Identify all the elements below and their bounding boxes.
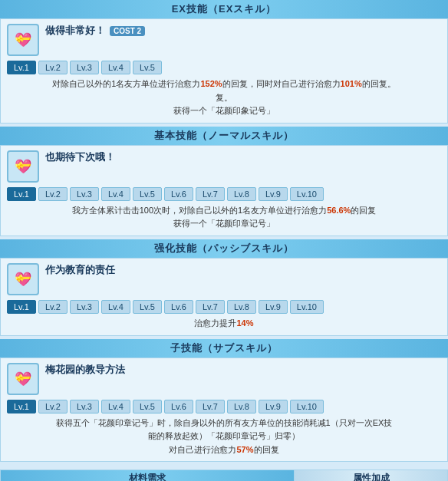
sub-lv-btn-5[interactable]: Lv.5 (133, 400, 162, 413)
passive-lv-btn-7[interactable]: Lv.7 (196, 300, 225, 314)
sub-lv-btn-6[interactable]: Lv.6 (164, 400, 193, 413)
basic-lv-btn-10[interactable]: Lv.10 (290, 187, 324, 201)
bottom-main-area: 材料需求 固有武器 (0, 469, 448, 481)
basic-lv-btn-7[interactable]: Lv.7 (196, 187, 225, 201)
passive-lv-btn-1[interactable]: Lv.1 (7, 300, 36, 314)
ex-lv-btn-1[interactable]: Lv.1 (7, 61, 36, 74)
basic-skill-block: 💝 也期待下次哦！ Lv.1 Lv.2 Lv.3 Lv.4 Lv.5 Lv.6 … (0, 145, 448, 236)
passive-lv-btn-6[interactable]: Lv.6 (164, 300, 193, 314)
ex-lv-btn-5[interactable]: Lv.5 (133, 61, 162, 74)
ex-lv-btn-3[interactable]: Lv.3 (70, 61, 99, 74)
basic-lv-btn-5[interactable]: Lv.5 (133, 187, 162, 201)
sub-skill-header: 子技能（サブスキル） (0, 339, 448, 357)
basic-skill-lv-bar: Lv.1 Lv.2 Lv.3 Lv.4 Lv.5 Lv.6 Lv.7 Lv.8 … (7, 187, 441, 201)
passive-skill-name: 作为教育的责任 (45, 263, 115, 277)
sub-lv-btn-7[interactable]: Lv.7 (196, 400, 225, 413)
weapon-bonus-header: 属性加成 (295, 470, 447, 481)
ex-skill-block: 💝 做得非常好！ COST 2 Lv.1 Lv.2 Lv.3 Lv.4 Lv.5… (0, 18, 448, 124)
sub-skill-block: 💝 梅花园的教导方法 Lv.1 Lv.2 Lv.3 Lv.4 Lv.5 Lv.6… (0, 357, 448, 463)
sub-skill-lv-bar: Lv.1 Lv.2 Lv.3 Lv.4 Lv.5 Lv.6 Lv.7 Lv.8 … (7, 400, 441, 413)
basic-lv-btn-2[interactable]: Lv.2 (38, 187, 68, 201)
passive-skill-desc: 治愈力提升14% (7, 317, 441, 331)
basic-lv-btn-6[interactable]: Lv.6 (164, 187, 193, 201)
materials-header: 材料需求 (1, 470, 294, 481)
passive-skill-block: 💝 作为教育的责任 Lv.1 Lv.2 Lv.3 Lv.4 Lv.5 Lv.6 … (0, 258, 448, 336)
ex-skill-name-area: 做得非常好！ COST 2 (45, 24, 441, 41)
passive-lv-btn-9[interactable]: Lv.9 (259, 300, 288, 314)
ex-lv-btn-2[interactable]: Lv.2 (38, 61, 68, 74)
passive-skill-icon: 💝 (7, 263, 39, 295)
sub-lv-btn-1[interactable]: Lv.1 (7, 400, 36, 413)
sub-lv-btn-2[interactable]: Lv.2 (38, 400, 68, 413)
sub-lv-btn-8[interactable]: Lv.8 (227, 400, 256, 413)
passive-lv-btn-8[interactable]: Lv.8 (227, 300, 256, 314)
basic-lv-btn-8[interactable]: Lv.8 (227, 187, 256, 201)
ex-skill-cost: COST 2 (110, 26, 145, 36)
rank-section: 属性加成 RANK 10 RANK 20 RANK 30 RANK 40 RAN… (295, 469, 448, 481)
ex-skill-name: 做得非常好！ (45, 24, 105, 38)
passive-lv-btn-10[interactable]: Lv.10 (290, 300, 324, 314)
basic-lv-btn-3[interactable]: Lv.3 (70, 187, 99, 201)
basic-skill-header: 基本技能（ノーマルスキル） (0, 127, 448, 145)
ex-skill-icon: 💝 (7, 24, 39, 56)
basic-skill-name-area: 也期待下次哦！ (45, 150, 441, 167)
sub-lv-btn-4[interactable]: Lv.4 (101, 400, 130, 413)
materials-section: 材料需求 固有武器 (0, 469, 295, 481)
passive-skill-name-area: 作为教育的责任 (45, 263, 441, 280)
ex-skill-lv-bar: Lv.1 Lv.2 Lv.3 Lv.4 Lv.5 (7, 61, 441, 74)
ex-lv-btn-4[interactable]: Lv.4 (101, 61, 130, 74)
passive-lv-btn-5[interactable]: Lv.5 (133, 300, 162, 314)
sub-lv-btn-9[interactable]: Lv.9 (259, 400, 288, 413)
passive-skill-header: 强化技能（パッシブスキル） (0, 239, 448, 258)
basic-lv-btn-4[interactable]: Lv.4 (101, 187, 130, 201)
sub-skill-desc: 获得五个「花颜印章记号」时，除自身以外的所有友方单位的技能消耗减1（只对一次EX… (7, 417, 441, 457)
passive-lv-btn-3[interactable]: Lv.3 (70, 300, 99, 314)
basic-skill-desc: 我方全体累计击击100次时，对除自己以外的1名友方单位进行治愈力56.6%的回复… (7, 204, 441, 231)
ex-skill-desc: 对除自己以外的1名友方单位进行治愈力152%的回复，同时对自己进行治愈力101%… (7, 77, 441, 118)
sub-lv-btn-10[interactable]: Lv.10 (290, 400, 324, 413)
sub-skill-name: 梅花园的教导方法 (45, 363, 125, 377)
sub-skill-name-area: 梅花园的教导方法 (45, 363, 441, 380)
basic-skill-icon: 💝 (7, 150, 39, 183)
passive-lv-btn-4[interactable]: Lv.4 (101, 300, 130, 314)
passive-lv-btn-2[interactable]: Lv.2 (38, 300, 68, 314)
sub-lv-btn-3[interactable]: Lv.3 (70, 400, 99, 413)
basic-lv-btn-9[interactable]: Lv.9 (259, 187, 288, 201)
passive-skill-lv-bar: Lv.1 Lv.2 Lv.3 Lv.4 Lv.5 Lv.6 Lv.7 Lv.8 … (7, 300, 441, 314)
ex-skill-header: EX技能（EXスキル） (0, 0, 448, 18)
basic-lv-btn-1[interactable]: Lv.1 (7, 187, 36, 201)
basic-skill-name: 也期待下次哦！ (45, 150, 115, 164)
sub-skill-icon: 💝 (7, 363, 39, 395)
